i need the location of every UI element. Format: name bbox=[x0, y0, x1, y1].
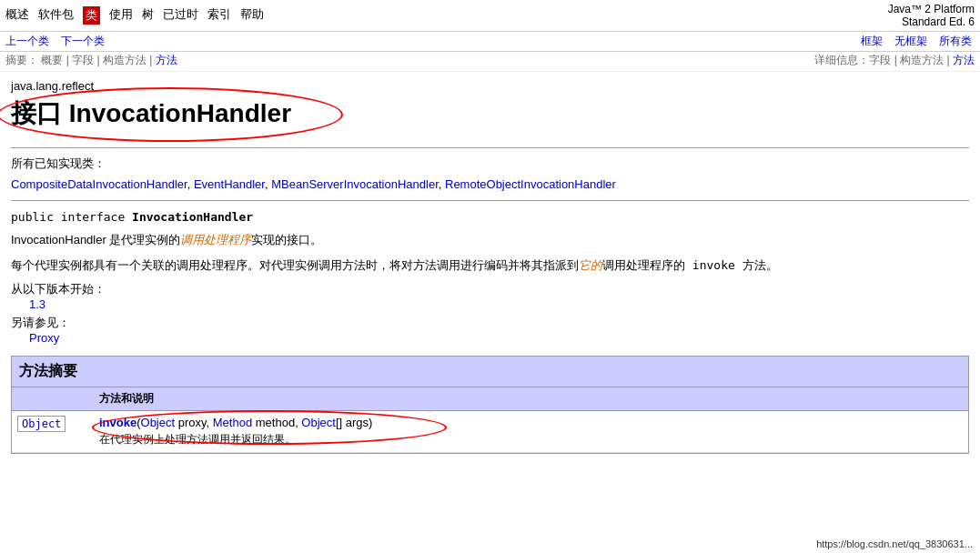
invoke-link[interactable]: invoke bbox=[99, 416, 136, 429]
description-1: InvocationHandler 是代理实例的调用处理程序实现的接口。 bbox=[11, 231, 969, 249]
package-name: java.lang.reflect bbox=[11, 79, 969, 93]
nav-deprecated[interactable]: 已过时 bbox=[163, 6, 198, 25]
nav-index[interactable]: 索引 bbox=[207, 6, 231, 25]
description-2: 每个代理实例都具有一个关联的调用处理程序。对代理实例调用方法时，将对方法调用进行… bbox=[11, 256, 969, 275]
frame-link[interactable]: 框架 bbox=[861, 35, 883, 47]
nav-overview[interactable]: 概述 bbox=[5, 6, 29, 25]
method-detail-cell: invoke(Object proxy, Method method, Obje… bbox=[94, 411, 968, 453]
param-proxy-link[interactable]: Object bbox=[141, 416, 176, 429]
link-remote[interactable]: RemoteObjectInvocationHandler bbox=[445, 177, 616, 191]
interface-title-wrapper: 接口 InvocationHandler bbox=[11, 96, 291, 131]
all-classes-link[interactable]: 所有类 bbox=[939, 35, 972, 47]
return-type-box: Object bbox=[17, 416, 66, 432]
method-table-header: 方法和说明 bbox=[12, 387, 968, 411]
see-also-links: Proxy bbox=[29, 331, 59, 345]
method-row-invoke: Object invoke(Object proxy, Method metho… bbox=[12, 411, 968, 453]
known-impl-links: CompositeDataInvocationHandler, EventHan… bbox=[11, 177, 969, 191]
nav-help[interactable]: 帮助 bbox=[240, 6, 264, 25]
param-method-link[interactable]: Method bbox=[213, 416, 252, 429]
desc2-end: 方法。 bbox=[743, 258, 778, 272]
desc1-italic: 调用处理程序 bbox=[180, 233, 251, 246]
desc2-middle: 调用处理程序的 bbox=[602, 258, 685, 272]
no-frame-link[interactable]: 无框架 bbox=[894, 35, 927, 47]
desc1-start: InvocationHandler 是代理实例的 bbox=[11, 233, 180, 246]
see-also-section: 另请参见： Proxy bbox=[11, 315, 969, 345]
java-platform-title: Java™ 2 Platform Standard Ed. 6 bbox=[888, 3, 975, 28]
proxy-link[interactable]: Proxy bbox=[29, 331, 59, 345]
summary-label: 摘要： 概要 | 字段 | 构造方法 | bbox=[5, 54, 156, 66]
divider-2 bbox=[11, 200, 969, 201]
summary-left: 摘要： 概要 | 字段 | 构造方法 | 方法 bbox=[5, 53, 177, 68]
link-mbean[interactable]: MBeanServerInvocationHandler bbox=[271, 177, 439, 191]
desc1-end: 实现的接口。 bbox=[251, 233, 322, 246]
next-class-link[interactable]: 下一个类 bbox=[61, 35, 105, 47]
invoke-wrapper: invoke(Object proxy, Method method, Obje… bbox=[99, 416, 372, 429]
since-section: 从以下版本开始： 1.3 bbox=[11, 281, 969, 311]
method-summary-header: 方法摘要 bbox=[12, 357, 968, 387]
summary-navigation: 摘要： 概要 | 字段 | 构造方法 | 方法 详细信息：字段 | 构造方法 |… bbox=[0, 52, 980, 72]
param-object-link[interactable]: Object bbox=[301, 416, 336, 429]
nav-items: 概述 软件包 类 使用 树 已过时 索引 帮助 bbox=[5, 6, 264, 25]
interface-title: 接口 InvocationHandler bbox=[11, 96, 291, 131]
prev-class-link[interactable]: 上一个类 bbox=[5, 35, 49, 47]
interface-declaration: public interface InvocationHandler bbox=[11, 210, 969, 224]
return-type-cell: Object bbox=[12, 411, 94, 453]
since-label: 从以下版本开始： bbox=[11, 282, 106, 296]
detail-label: 详细信息：字段 | 构造方法 | bbox=[814, 54, 953, 66]
link-composite[interactable]: CompositeDataInvocationHandler bbox=[11, 177, 187, 191]
main-content: java.lang.reflect 接口 InvocationHandler 所… bbox=[0, 72, 980, 461]
nav-package[interactable]: 软件包 bbox=[38, 6, 74, 25]
known-impl-label: 所有已知实现类： bbox=[11, 156, 969, 172]
frame-nav: 框架 无框架 所有类 bbox=[861, 34, 975, 49]
class-nav: 上一个类 下一个类 bbox=[5, 34, 107, 49]
top-navigation: 概述 软件包 类 使用 树 已过时 索引 帮助 Java™ 2 Platform… bbox=[0, 0, 980, 32]
nav-tree[interactable]: 树 bbox=[142, 6, 154, 25]
second-navigation: 上一个类 下一个类 框架 无框架 所有类 bbox=[0, 32, 980, 52]
divider-1 bbox=[11, 147, 969, 148]
since-version: 1.3 bbox=[29, 297, 45, 311]
method-table: 方法和说明 Object invoke(Object proxy, Method… bbox=[12, 387, 968, 453]
invoke-signature: invoke(Object proxy, Method method, Obje… bbox=[99, 416, 372, 429]
see-also-label: 另请参见： bbox=[11, 316, 70, 329]
col-method: 方法和说明 bbox=[94, 387, 968, 411]
method-summary-section: 方法摘要 方法和说明 Object invoke(Object proxy, M… bbox=[11, 356, 969, 454]
col-return bbox=[12, 387, 94, 411]
desc2-start: 每个代理实例都具有一个关联的调用处理程序。对代理实例调用方法时，将对方法调用进行… bbox=[11, 258, 579, 272]
link-event[interactable]: EventHandler bbox=[194, 177, 265, 191]
summary-method-link[interactable]: 方法 bbox=[156, 54, 177, 66]
detail-method-link[interactable]: 方法 bbox=[953, 54, 975, 66]
return-type-link[interactable]: Object bbox=[22, 417, 61, 430]
nav-use[interactable]: 使用 bbox=[109, 6, 133, 25]
declaration-name: InvocationHandler bbox=[132, 210, 253, 224]
method-description: 在代理实例上处理方法调用并返回结果。 bbox=[99, 432, 963, 447]
nav-class[interactable]: 类 bbox=[83, 6, 100, 25]
desc2-italic: 它的 bbox=[579, 258, 602, 272]
summary-right: 详细信息：字段 | 构造方法 | 方法 bbox=[814, 53, 975, 68]
desc2-code: invoke bbox=[685, 258, 743, 272]
